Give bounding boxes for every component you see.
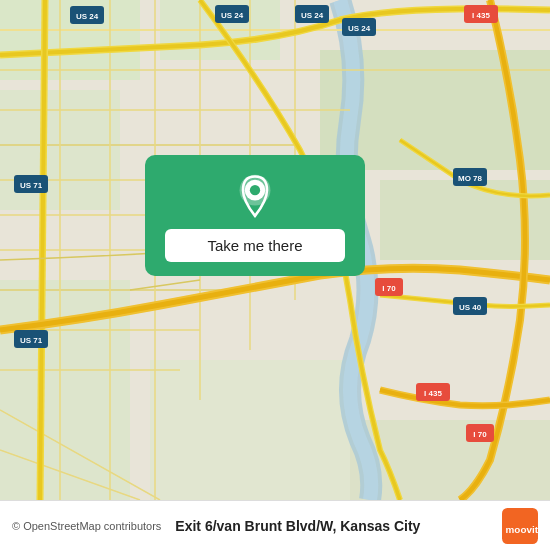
svg-text:MO 78: MO 78 (458, 174, 483, 183)
svg-rect-7 (150, 360, 350, 500)
location-pin-icon (231, 173, 279, 221)
moovit-icon: moovit (502, 508, 538, 544)
card-green-box: Take me there (145, 155, 365, 276)
svg-point-53 (250, 185, 260, 195)
svg-text:US 71: US 71 (20, 181, 43, 190)
svg-text:I 70: I 70 (473, 430, 487, 439)
svg-text:US 40: US 40 (459, 303, 482, 312)
svg-text:US 24: US 24 (76, 12, 99, 21)
map-container: US 24 US 24 US 24 US 24 I 435 US 71 US 7… (0, 0, 550, 500)
svg-text:I 435: I 435 (424, 389, 442, 398)
svg-text:US 24: US 24 (221, 11, 244, 20)
location-label: Exit 6/van Brunt Blvd/W, Kansas City (175, 518, 420, 534)
moovit-logo: moovit (502, 508, 538, 544)
copyright-text: © OpenStreetMap contributors (12, 520, 161, 532)
svg-text:I 70: I 70 (382, 284, 396, 293)
take-me-there-button[interactable]: Take me there (165, 229, 345, 262)
location-card: Take me there (145, 155, 365, 276)
svg-text:US 24: US 24 (348, 24, 371, 33)
svg-text:I 435: I 435 (472, 11, 490, 20)
bottom-bar: © OpenStreetMap contributors Exit 6/van … (0, 500, 550, 550)
svg-text:US 24: US 24 (301, 11, 324, 20)
svg-text:moovit: moovit (506, 524, 538, 535)
svg-text:US 71: US 71 (20, 336, 43, 345)
